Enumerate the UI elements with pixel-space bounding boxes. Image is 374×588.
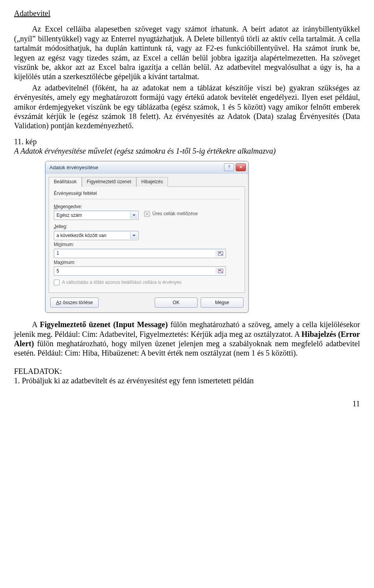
allow-value: Egész szám xyxy=(56,213,82,218)
dialog-button-bar: Az összes törlése OK Mégse xyxy=(46,296,248,312)
apply-all-checkbox: A változtatás a többi azonos beállítású … xyxy=(54,280,240,285)
range-picker-icon[interactable] xyxy=(216,267,225,275)
range-picker-icon[interactable] xyxy=(216,250,225,257)
svg-rect-3 xyxy=(219,270,221,271)
checkbox-icon xyxy=(144,211,150,217)
apply-all-label: A változtatás a többi azonos beállítású … xyxy=(62,280,182,285)
settings-panel: Érvényességi feltétel Megengedve: Egész … xyxy=(49,186,245,293)
minimum-label: Minimum: xyxy=(54,242,240,248)
minimum-value: 1 xyxy=(56,250,59,256)
clear-all-button[interactable]: Az összes törlése xyxy=(50,298,99,308)
chevron-down-icon xyxy=(130,212,138,219)
tab-error-alert[interactable]: Hibajelzés xyxy=(136,177,168,187)
help-icon: ? xyxy=(228,165,230,170)
tasks-heading: FELADATOK: xyxy=(14,367,360,376)
section-heading: Adatbevitel xyxy=(14,9,360,18)
data-combo[interactable]: a következők között van xyxy=(54,231,139,240)
dialog-screenshot: Adatok érvényesítése ? ✕ Beállítások Fig… xyxy=(45,161,360,313)
ignore-blank-label: Üres cellák mellőzése xyxy=(152,211,198,217)
ok-button[interactable]: OK xyxy=(155,298,198,308)
data-value: a következők között van xyxy=(56,233,106,239)
paragraph-3e: fülön meghatározható, hogy milyen üzenet… xyxy=(14,339,360,357)
allow-combo[interactable]: Egész szám xyxy=(54,211,139,220)
close-icon: ✕ xyxy=(239,165,242,170)
close-button[interactable]: ✕ xyxy=(236,163,246,171)
group-rule xyxy=(54,199,240,199)
maximum-label: Maximum: xyxy=(54,260,240,266)
group-title: Érvényességi feltétel xyxy=(54,191,240,197)
data-label: Jelleg: xyxy=(54,224,240,230)
chevron-down-icon xyxy=(130,232,138,239)
figure-caption: A Adatok érvényesítése művelet (egész sz… xyxy=(14,146,360,156)
cancel-button[interactable]: Mégse xyxy=(201,298,243,308)
ignore-blank-checkbox[interactable]: Üres cellák mellőzése xyxy=(144,211,198,217)
data-validation-dialog: Adatok érvényesítése ? ✕ Beállítások Fig… xyxy=(45,161,249,313)
allow-label: Megengedve: xyxy=(54,204,139,210)
svg-rect-1 xyxy=(219,252,221,253)
tab-input-message[interactable]: Figyelmeztető üzenet xyxy=(82,177,136,187)
tab-settings[interactable]: Beállítások xyxy=(49,177,82,187)
dialog-titlebar: Adatok érvényesítése ? ✕ xyxy=(46,161,248,174)
paragraph-2: Az adatbevitelnél (főként, ha az adatoka… xyxy=(14,83,360,131)
minimum-field[interactable]: 1 xyxy=(54,249,226,258)
paragraph-3a: A xyxy=(32,320,40,329)
task-1: 1. Próbáljuk ki az adatbevitelt és az ér… xyxy=(14,376,360,385)
clear-all-label: Az összes törlése xyxy=(56,300,93,306)
help-button[interactable]: ? xyxy=(224,163,234,171)
maximum-field[interactable]: 5 xyxy=(54,266,226,276)
paragraph-1: Az Excel celláiba alapesetben szöveget v… xyxy=(14,24,360,81)
maximum-value: 5 xyxy=(56,268,59,274)
checkbox-icon xyxy=(54,280,60,285)
page-number: 11 xyxy=(14,399,360,408)
window-buttons: ? ✕ xyxy=(224,163,246,171)
dialog-title: Adatok érvényesítése xyxy=(49,165,98,171)
paragraph-3: A Figyelmeztető üzenet (Input Message) f… xyxy=(14,320,360,358)
dialog-tabs: Beállítások Figyelmeztető üzenet Hibajel… xyxy=(46,174,248,186)
paragraph-3b: Figyelmeztető üzenet (Input Message) xyxy=(40,320,168,329)
figure-number: 11. kép xyxy=(14,137,360,146)
